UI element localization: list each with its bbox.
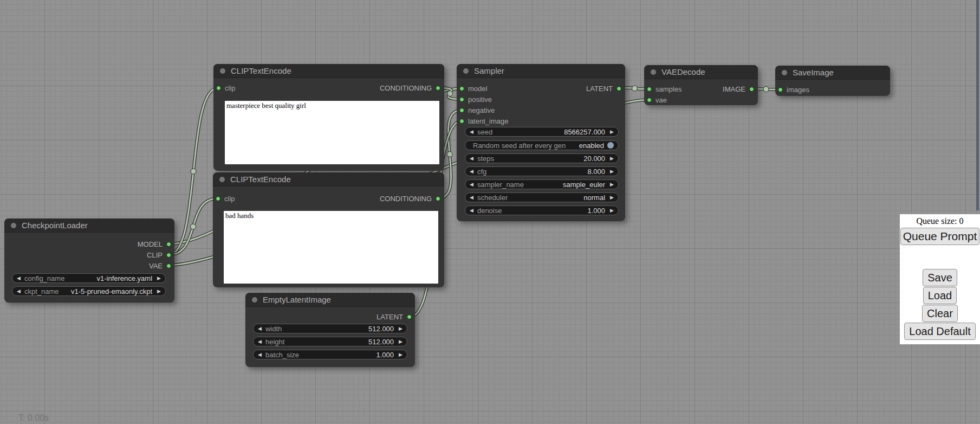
random-seed-toggle[interactable]: Random seed after every gen enabled: [465, 140, 619, 150]
widget-value: enabled: [579, 142, 604, 150]
node-vaedecode[interactable]: VAEDecode samples IMAGE vae: [644, 65, 758, 105]
batch-size-widget[interactable]: ◀ batch_size 1.000 ▶: [253, 350, 407, 359]
model-output-port[interactable]: [166, 242, 171, 247]
save-button[interactable]: Save: [923, 269, 957, 286]
collapse-dot-icon[interactable]: [782, 70, 787, 75]
positive-input-port[interactable]: [459, 97, 464, 102]
node-title-bar[interactable]: Sampler: [457, 64, 625, 78]
node-title-bar[interactable]: CLIPTextEncode: [213, 172, 444, 187]
queue-prompt-button[interactable]: Queue Prompt: [900, 228, 979, 245]
decrement-arrow-icon[interactable]: ◀: [470, 208, 473, 213]
cfg-widget[interactable]: ◀ cfg 8.000 ▶: [465, 166, 619, 176]
increment-arrow-icon[interactable]: ▶: [399, 339, 403, 344]
decrement-arrow-icon[interactable]: ◀: [258, 339, 262, 344]
collapse-dot-icon[interactable]: [252, 297, 257, 303]
conditioning-output-port[interactable]: [436, 196, 440, 201]
vae-output-port[interactable]: [166, 264, 171, 268]
height-widget[interactable]: ◀ height 512.000 ▶: [253, 337, 407, 346]
node-title-bar[interactable]: CLIPTextEncode: [213, 64, 444, 78]
node-emptylatentimage[interactable]: EmptyLatentImage LATENT ◀ width 512.000 …: [245, 293, 415, 367]
widget-label: width: [265, 325, 282, 333]
denoise-widget[interactable]: ◀ denoise 1.000 ▶: [465, 205, 619, 215]
port-row: positive: [457, 94, 625, 105]
image-output-port[interactable]: [749, 87, 754, 92]
decrement-arrow-icon[interactable]: ◀: [17, 276, 21, 281]
seed-widget[interactable]: ◀ seed 8566257.000 ▶: [465, 127, 619, 137]
config-name-widget[interactable]: ◀ config_name v1-inference.yaml ▶: [12, 273, 166, 283]
clip-output-port[interactable]: [166, 253, 171, 258]
collapse-dot-icon[interactable]: [220, 68, 225, 74]
latent-output-port[interactable]: [407, 314, 412, 319]
queue-size-label: Queue size: 0: [916, 216, 963, 226]
increment-arrow-icon[interactable]: ▶: [610, 208, 614, 213]
load-button[interactable]: Load: [923, 287, 957, 304]
width-widget[interactable]: ◀ width 512.000 ▶: [253, 324, 407, 333]
output-row: MODEL: [4, 239, 174, 249]
node-title-bar[interactable]: EmptyLatentImage: [245, 293, 415, 307]
model-input-port[interactable]: [459, 86, 464, 91]
graph-canvas[interactable]: { "colors":{"port_green":"#67e167","link…: [0, 0, 980, 424]
vae-input-port[interactable]: [647, 98, 652, 102]
widget-value: 8.000: [588, 168, 606, 176]
increment-arrow-icon[interactable]: ▶: [610, 169, 614, 174]
latent-output-port[interactable]: [616, 86, 621, 91]
load-default-button[interactable]: Load Default: [904, 323, 975, 340]
widget-label: seed: [477, 128, 492, 136]
increment-arrow-icon[interactable]: ▶: [399, 326, 403, 331]
ckpt-name-widget[interactable]: ◀ ckpt_name v1-5-pruned-emaonly.ckpt ▶: [12, 286, 166, 296]
node-sampler[interactable]: Sampler model LATENT positive negative l…: [457, 64, 625, 221]
output-row: LATENT: [245, 311, 415, 322]
samples-input-port[interactable]: [647, 87, 652, 92]
positive-prompt-textarea[interactable]: masterpiece best quality girl: [225, 101, 439, 164]
port-row: model LATENT: [457, 83, 625, 94]
decrement-arrow-icon[interactable]: ◀: [258, 352, 262, 357]
decrement-arrow-icon[interactable]: ◀: [258, 326, 262, 331]
negative-input-port[interactable]: [459, 108, 464, 113]
increment-arrow-icon[interactable]: ▶: [610, 195, 614, 200]
node-saveimage[interactable]: SaveImage images: [775, 66, 890, 96]
output-label: LATENT: [586, 85, 613, 93]
output-label: CONDITIONING: [380, 84, 432, 92]
decrement-arrow-icon[interactable]: ◀: [470, 156, 473, 161]
increment-arrow-icon[interactable]: ▶: [399, 352, 403, 357]
output-label: MODEL: [138, 240, 163, 248]
clip-input-port[interactable]: [216, 196, 220, 201]
widget-value: v1-inference.yaml: [96, 274, 152, 282]
scheduler-widget[interactable]: ◀ scheduler normal ▶: [465, 192, 619, 202]
widget-label: config_name: [24, 274, 64, 282]
collapse-dot-icon[interactable]: [651, 69, 656, 75]
node-title: CLIPTextEncode: [231, 66, 291, 75]
toggle-indicator-icon[interactable]: [607, 142, 614, 149]
clear-button[interactable]: Clear: [922, 305, 958, 322]
node-title-bar[interactable]: VAEDecode: [644, 65, 758, 79]
node-title-bar[interactable]: CheckpointLoader: [4, 219, 174, 233]
collapse-dot-icon[interactable]: [219, 177, 225, 182]
decrement-arrow-icon[interactable]: ◀: [470, 169, 473, 174]
decrement-arrow-icon[interactable]: ◀: [470, 182, 473, 187]
increment-arrow-icon[interactable]: ▶: [157, 276, 161, 281]
negative-prompt-textarea[interactable]: bad hands: [224, 211, 438, 284]
increment-arrow-icon[interactable]: ▶: [157, 289, 161, 294]
output-label: IMAGE: [723, 85, 745, 93]
port-row: images: [775, 84, 890, 95]
node-cliptextencode-positive[interactable]: CLIPTextEncode clip CONDITIONING masterp…: [213, 64, 444, 171]
latent-image-input-port[interactable]: [459, 119, 464, 124]
node-cliptextencode-negative[interactable]: CLIPTextEncode clip CONDITIONING bad han…: [213, 172, 444, 287]
steps-widget[interactable]: ◀ steps 20.000 ▶: [465, 153, 619, 163]
increment-arrow-icon[interactable]: ▶: [610, 182, 614, 187]
decrement-arrow-icon[interactable]: ◀: [470, 130, 473, 134]
widget-value: v1-5-pruned-emaonly.ckpt: [71, 287, 152, 295]
node-title-bar[interactable]: SaveImage: [775, 66, 890, 80]
clip-input-port[interactable]: [216, 86, 221, 91]
scrollbar-thumb[interactable]: [976, 0, 979, 210]
decrement-arrow-icon[interactable]: ◀: [17, 289, 21, 294]
sampler-name-widget[interactable]: ◀ sampler_name sample_euler ▶: [465, 179, 619, 189]
decrement-arrow-icon[interactable]: ◀: [470, 195, 473, 200]
conditioning-output-port[interactable]: [436, 86, 440, 91]
collapse-dot-icon[interactable]: [11, 223, 16, 228]
increment-arrow-icon[interactable]: ▶: [610, 156, 614, 161]
node-checkpointloader[interactable]: CheckpointLoader MODEL CLIP VAE ◀ config…: [4, 219, 174, 303]
collapse-dot-icon[interactable]: [463, 68, 469, 74]
increment-arrow-icon[interactable]: ▶: [610, 130, 614, 134]
images-input-port[interactable]: [778, 87, 783, 92]
